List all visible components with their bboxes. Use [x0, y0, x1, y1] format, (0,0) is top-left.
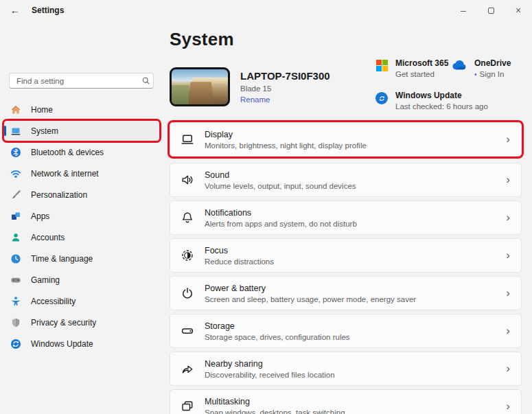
sidebar-item-apps[interactable]: Apps	[4, 206, 159, 226]
card-title: Focus	[205, 246, 506, 255]
chevron-right-icon: ›	[506, 133, 510, 146]
rename-link[interactable]: Rename	[240, 95, 270, 104]
sidebar-item-label: Privacy & security	[31, 318, 96, 327]
search-box[interactable]	[9, 73, 154, 89]
sidebar-item-label: Apps	[31, 211, 49, 221]
card-focus[interactable]: Focus Reduce distractions ›	[170, 238, 522, 273]
windows-stack-icon	[180, 400, 195, 413]
card-title: Nearby sharing	[205, 359, 506, 369]
widget-subtitle[interactable]: •Sign In	[474, 70, 511, 78]
chevron-right-icon: ›	[506, 211, 510, 225]
widget-title: Microsoft 365	[395, 58, 448, 68]
bluetooth-icon	[10, 146, 21, 158]
sidebar-item-label: Network & internet	[31, 169, 99, 179]
person-icon	[10, 231, 21, 243]
card-subtitle: Storage space, drives, configuration rul…	[205, 333, 506, 341]
bullet-icon: •	[474, 71, 477, 78]
card-subtitle: Volume levels, output, input, sound devi…	[205, 182, 506, 190]
sidebar-item-label: Accessibility	[31, 297, 76, 306]
main-content: System LAPTOP-7SI0F300 Blade 15 Rename M…	[170, 21, 532, 414]
drive-icon	[180, 324, 195, 338]
maximize-button[interactable]	[477, 0, 505, 21]
sidebar-item-label: System	[31, 126, 58, 136]
card-nearby-sharing[interactable]: Nearby sharing Discoverability, received…	[170, 352, 522, 386]
sidebar-item-label: Time & language	[31, 254, 93, 264]
card-subtitle: Alerts from apps and system, do not dist…	[205, 220, 506, 228]
chevron-right-icon: ›	[506, 400, 510, 413]
sidebar-item-label: Bluetooth & devices	[31, 148, 104, 157]
sign-in-link[interactable]: Sign In	[480, 70, 505, 78]
sidebar-item-home[interactable]: Home	[4, 100, 159, 119]
update-icon	[10, 338, 21, 349]
device-name: LAPTOP-7SI0F300	[240, 70, 330, 82]
card-subtitle: Reduce distractions	[205, 257, 506, 266]
card-title: Notifications	[205, 208, 506, 218]
close-button[interactable]: ×	[505, 0, 532, 21]
card-subtitle: Screen and sleep, battery usage, power m…	[205, 295, 506, 303]
sidebar-item-system[interactable]: System	[4, 121, 159, 141]
card-power-battery[interactable]: Power & battery Screen and sleep, batter…	[170, 276, 522, 310]
card-sound[interactable]: Sound Volume levels, output, input, soun…	[170, 163, 522, 197]
search-icon[interactable]	[138, 76, 153, 85]
titlebar: ← Settings – ×	[0, 0, 532, 21]
card-title: Sound	[205, 170, 506, 180]
maximize-icon	[488, 8, 494, 14]
speaker-icon	[180, 173, 195, 187]
card-title: Multitasking	[205, 397, 506, 406]
share-icon	[180, 362, 195, 376]
card-subtitle: Discoverability, received files location	[205, 371, 506, 379]
onedrive-cloud-icon	[451, 60, 467, 70]
card-storage[interactable]: Storage Storage space, drives, configura…	[170, 314, 522, 348]
sidebar-item-label: Home	[31, 105, 53, 115]
sidebar-item-accounts[interactable]: Accounts	[4, 227, 159, 247]
sidebar-item-time-language[interactable]: Time & language	[4, 249, 159, 268]
chevron-right-icon: ›	[506, 249, 510, 262]
back-arrow-icon: ←	[10, 5, 20, 16]
sidebar-item-bluetooth[interactable]: Bluetooth & devices	[4, 142, 159, 162]
card-display[interactable]: Display Monitors, brightness, night ligh…	[170, 122, 522, 157]
sidebar-nav: Home System Bluetooth & devices Network …	[4, 100, 159, 355]
card-title: Storage	[205, 321, 506, 331]
sidebar-item-network[interactable]: Network & internet	[4, 163, 159, 183]
windows-update-icon	[375, 92, 389, 104]
card-multitasking[interactable]: Multitasking Snap windows, desktops, tas…	[170, 389, 522, 414]
device-wallpaper-thumbnail	[170, 67, 230, 106]
brush-icon	[10, 189, 21, 200]
shield-icon	[10, 317, 21, 328]
card-title: Power & battery	[205, 284, 506, 293]
microsoft-365-widget[interactable]: Microsoft 365 Get started	[375, 58, 448, 78]
onedrive-widget[interactable]: OneDrive •Sign In	[451, 58, 511, 78]
sidebar-item-accessibility[interactable]: Accessibility	[4, 291, 159, 311]
sidebar-item-privacy[interactable]: Privacy & security	[4, 312, 159, 332]
gamepad-icon	[10, 274, 21, 286]
widget-title: Windows Update	[395, 91, 488, 100]
widget-title: OneDrive	[474, 58, 511, 68]
device-model: Blade 15	[240, 84, 330, 93]
sidebar-item-windows-update[interactable]: Windows Update	[4, 334, 159, 354]
sidebar-item-label: Gaming	[31, 275, 60, 285]
card-subtitle: Monitors, brightness, night light, displ…	[205, 141, 506, 150]
settings-card-list: Display Monitors, brightness, night ligh…	[170, 122, 522, 414]
microsoft-365-icon	[375, 60, 389, 71]
chevron-right-icon: ›	[506, 325, 510, 338]
bell-icon	[180, 211, 195, 225]
chevron-right-icon: ›	[506, 363, 510, 376]
display-icon	[180, 133, 195, 146]
windows-update-widget[interactable]: Windows Update Last checked: 6 hours ago	[375, 91, 488, 111]
apps-icon	[10, 210, 21, 222]
widget-subtitle: Get started	[395, 70, 448, 78]
wifi-icon	[10, 168, 21, 179]
home-icon	[10, 104, 21, 115]
back-button[interactable]: ←	[4, 2, 26, 19]
sidebar-item-gaming[interactable]: Gaming	[4, 270, 159, 290]
card-notifications[interactable]: Notifications Alerts from apps and syste…	[170, 200, 522, 235]
minimize-button[interactable]: –	[450, 0, 477, 21]
widget-subtitle: Last checked: 6 hours ago	[395, 102, 488, 111]
sidebar-item-personalization[interactable]: Personalization	[4, 185, 159, 205]
card-subtitle: Snap windows, desktops, task switching	[205, 409, 506, 414]
minimize-icon: –	[461, 5, 466, 16]
sidebar-item-label: Windows Update	[31, 339, 93, 349]
window-controls: – ×	[450, 0, 532, 21]
sidebar-item-label: Accounts	[31, 233, 65, 242]
search-input[interactable]	[10, 77, 138, 85]
